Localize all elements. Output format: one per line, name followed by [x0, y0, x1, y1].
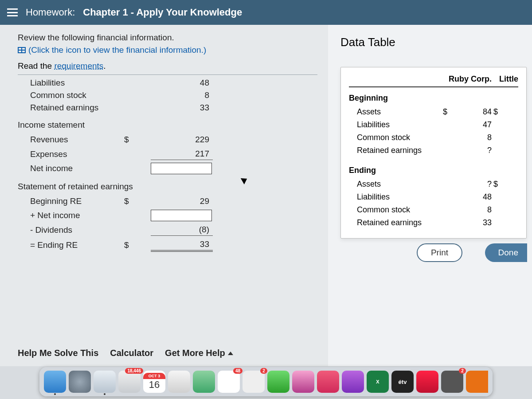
dock-maps[interactable]: [193, 371, 215, 393]
worksheet: Liabilities 48 Common stock 8 Retained e…: [18, 77, 317, 253]
more-help-label: Get More Help: [165, 348, 225, 358]
worksheet-panel: Review the following financial informati…: [0, 25, 328, 366]
requirements-row: Read the requirements.: [18, 61, 317, 75]
currency: $: [124, 196, 151, 206]
row-dividends: - Dividends (8): [18, 223, 317, 237]
help-toolbar: Help Me Solve This Calculator Get More H…: [18, 348, 233, 358]
dt-row-cs-end: Common stock 8: [349, 203, 518, 216]
value: 33: [151, 239, 213, 252]
value: 48: [151, 78, 213, 88]
data-table-header: Ruby Corp. Little: [349, 74, 518, 87]
label: = Ending RE: [30, 240, 124, 250]
dock-calendar[interactable]: OCT 3 16: [143, 371, 165, 393]
instruction-text: Review the following financial informati…: [18, 33, 317, 43]
macos-dock: 18,446 OCT 3 16 48 2 X étv 2: [39, 367, 493, 396]
dt-row-re-end: Retained earnings 33: [349, 216, 518, 229]
dock-finder[interactable]: [44, 371, 66, 393]
dock-app3[interactable]: [466, 371, 488, 393]
label: Liabilities: [30, 78, 124, 88]
header-prefix: Homework:: [26, 7, 75, 18]
label: - Dividends: [30, 225, 124, 235]
header-title: Chapter 1 - Apply Your Knowledge: [83, 7, 242, 18]
row-common-stock: Common stock 8: [18, 89, 317, 102]
currency: $: [124, 135, 151, 145]
row-liabilities: Liabilities 48: [18, 77, 317, 89]
income-heading: Income statement: [18, 114, 317, 133]
dock-photos[interactable]: 48: [218, 371, 240, 393]
dock-appletv[interactable]: étv: [391, 371, 414, 393]
dock-facetime[interactable]: [267, 371, 289, 393]
caret-up-icon: [228, 352, 233, 355]
cal-day: 16: [149, 379, 160, 391]
dt-row-assets-end: Assets ? $: [349, 178, 518, 191]
dock-notes[interactable]: [168, 371, 190, 393]
value: 33: [151, 103, 213, 113]
net-income-input[interactable]: [151, 163, 212, 174]
help-solve-button[interactable]: Help Me Solve This: [18, 348, 98, 358]
col-company1: Ruby Corp.: [443, 74, 492, 84]
calculator-button[interactable]: Calculator: [110, 348, 153, 358]
data-table-title: Data Table: [340, 35, 532, 49]
value: 217: [151, 148, 213, 160]
requirements-link[interactable]: requirements: [54, 61, 103, 70]
dt-row-re-beg: Retained earnings ?: [349, 144, 518, 157]
ending-section: Ending: [349, 163, 518, 178]
dock-app1[interactable]: [292, 371, 314, 393]
app-header: Homework: Chapter 1 - Apply Your Knowled…: [0, 0, 532, 25]
label: Expenses: [30, 149, 124, 159]
dt-row-cs-beg: Common stock 8: [349, 131, 518, 144]
dock-mail[interactable]: 18,446: [118, 371, 141, 393]
req-prefix: Read the: [18, 61, 54, 70]
value: (8): [151, 224, 213, 236]
get-more-help-button[interactable]: Get More Help: [165, 348, 233, 358]
data-table-panel: Data Table Ruby Corp. Little Beginning A…: [328, 25, 532, 366]
instruction-link-text: (Click the icon to view the financial in…: [28, 45, 206, 55]
label: Net income: [30, 164, 124, 173]
done-button[interactable]: Done: [485, 243, 527, 262]
data-table-card: Ruby Corp. Little Beginning Assets $ 84 …: [340, 67, 527, 239]
row-beginning-re: Beginning RE $ 29: [18, 194, 317, 208]
dt-row-liab-end: Liabilities 48: [349, 191, 518, 203]
label: Revenues: [30, 135, 124, 145]
dock-safari[interactable]: [94, 371, 116, 393]
row-retained-earnings: Retained earnings 33: [18, 102, 317, 114]
menu-icon[interactable]: [7, 8, 18, 16]
label: Beginning RE: [30, 196, 124, 206]
dock-app2[interactable]: [416, 371, 438, 393]
settings-badge: 2: [459, 368, 466, 374]
value: 229: [151, 134, 213, 145]
dock-music[interactable]: [317, 371, 339, 393]
label: Common stock: [30, 90, 124, 100]
view-data-link[interactable]: (Click the icon to view the financial in…: [18, 45, 206, 55]
photos-badge: 48: [233, 368, 243, 374]
dock-settings[interactable]: 2: [441, 371, 463, 393]
sre-heading: Statement of retained earnings: [18, 176, 317, 194]
dock-excel[interactable]: X: [367, 371, 389, 393]
mail-badge: 18,446: [125, 368, 143, 374]
dt-row-assets-beg: Assets $ 84 $: [349, 106, 518, 118]
label: + Net income: [30, 211, 124, 220]
row-revenues: Revenues $ 229: [18, 133, 317, 147]
col-company2: Little: [492, 74, 518, 84]
row-ending-re: = Ending RE $ 33: [18, 237, 317, 253]
plus-ni-input[interactable]: [151, 210, 212, 221]
msg-badge: 2: [260, 368, 267, 374]
table-icon: [18, 47, 26, 53]
beginning-section: Beginning: [349, 91, 518, 106]
currency: $: [124, 240, 151, 250]
dock-podcasts[interactable]: [342, 371, 364, 393]
dt-row-liab-beg: Liabilities 47: [349, 118, 518, 131]
cal-month: OCT 3: [143, 373, 165, 379]
dock-launchpad[interactable]: [69, 371, 91, 393]
value: 8: [151, 90, 213, 100]
row-net-income: Net income: [18, 161, 317, 176]
row-plus-ni: + Net income: [18, 208, 317, 223]
label: Retained earnings: [30, 103, 124, 113]
value: 29: [151, 196, 213, 207]
print-button[interactable]: Print: [417, 243, 462, 262]
row-expenses: Expenses 217: [18, 147, 317, 161]
main-content: Review the following financial informati…: [0, 25, 532, 366]
dock-messages[interactable]: 2: [243, 371, 265, 393]
